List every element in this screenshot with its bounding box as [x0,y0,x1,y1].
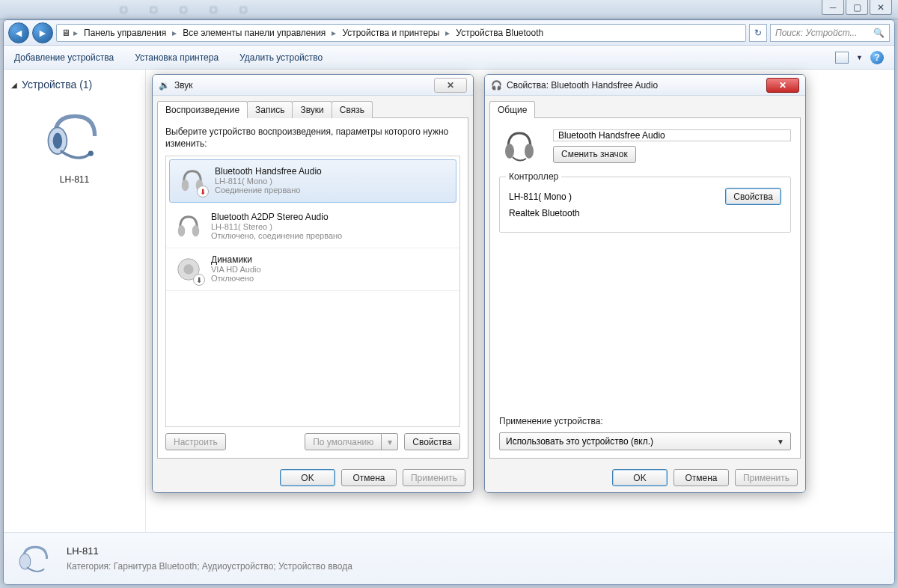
svg-point-11 [19,554,31,569]
cancel-button[interactable]: Отмена [674,469,729,486]
close-button[interactable]: ✕ [870,0,892,15]
tab-playback[interactable]: Воспроизведение [157,101,248,118]
details-category-value: Гарнитура Bluetooth; Аудиоустройство; Ус… [114,561,352,572]
device-large-icon [499,126,540,166]
headset-icon: 🎧 [491,80,502,91]
device-list-pane: ◢ Устройства (1) LH-811 [4,70,146,532]
bluetooth-headset-icon [34,102,116,170]
sound-dialog: 🔉 Звук ✕ Воспроизведение Запись Звуки Св… [152,74,474,493]
properties-dialog: 🎧 Свойства: Bluetooth Handsfree Audio ✕ … [484,74,806,493]
controller-properties-button[interactable]: Свойства [725,188,781,205]
device-name: Bluetooth Handsfree Audio [215,166,322,177]
device-label: LH-811 [22,174,127,185]
crumb[interactable]: Все элементы панели управления [180,26,329,40]
add-device-button[interactable]: Добавление устройства [14,52,114,63]
sound-dialog-titlebar[interactable]: 🔉 Звук ✕ [153,75,473,96]
chevron-down-icon[interactable]: ▼ [856,54,863,61]
window-controls: ─ ▢ ✕ [822,0,892,15]
apply-button[interactable]: Применить [735,469,798,486]
device-name-input[interactable]: Bluetooth Handsfree Audio [553,129,791,141]
back-button[interactable]: ◄ [8,22,29,43]
svg-point-1 [52,133,61,149]
apply-button[interactable]: Применить [403,469,465,486]
svg-point-9 [505,144,514,159]
ok-button[interactable]: OK [612,469,668,486]
remove-device-button[interactable]: Удалить устройство [239,52,323,63]
controller-line: Realtek Bluetooth [509,208,580,218]
section-title: Устройства (1) [22,79,92,91]
section-header[interactable]: ◢ Устройства (1) [4,77,145,92]
configure-button[interactable]: Настроить [165,433,226,450]
sound-dialog-buttons: OK Отмена Применить [153,463,473,492]
collapse-icon: ◢ [11,81,17,89]
controller-line: LH-811( Mono ) [509,192,572,202]
device-name: Bluetooth A2DP Stereo Audio [211,212,342,222]
details-pane: LH-811 Категория: Гарнитура Bluetooth; А… [4,532,894,584]
search-input[interactable]: Поиск: Устройст... 🔍 [770,24,890,42]
explorer-window: ◄ ► 🖥 ▸ Панель управления ▸ Все элементы… [3,19,895,585]
content-area: ◢ Устройства (1) LH-811 🔉 [4,70,894,532]
usage-label: Применение устройства: [499,416,791,426]
device-status: Соединение прервано [215,186,322,195]
change-icon-button[interactable]: Сменить значок [553,146,636,163]
device-sub: LH-811( Mono ) [215,177,322,186]
tab-sounds[interactable]: Звуки [292,101,332,118]
help-icon[interactable]: ? [870,51,884,64]
search-icon: 🔍 [873,28,885,38]
search-placeholder: Поиск: Устройст... [775,28,858,38]
svg-point-2 [88,151,93,156]
command-bar: Добавление устройства Установка принтера… [4,46,894,70]
device-status: Отключено [211,274,261,283]
properties-dialog-titlebar[interactable]: 🎧 Свойства: Bluetooth Handsfree Audio ✕ [485,75,805,96]
general-tab-body: Bluetooth Handsfree Audio Сменить значок… [489,117,801,459]
playback-device-list[interactable]: ⬇ Bluetooth Handsfree Audio LH-811( Mono… [165,156,460,427]
status-badge-icon: ⬇ [193,274,205,286]
chevron-down-icon: ▼ [777,438,784,446]
close-icon[interactable]: ✕ [434,78,467,93]
playback-device-item[interactable]: ⬇ Динамики VIA HD Audio Отключено [166,248,459,291]
svg-point-5 [178,225,186,236]
usage-value: Использовать это устройство (вкл.) [506,436,653,447]
view-options-button[interactable] [835,52,849,64]
status-badge-icon: ⬇ [197,186,209,197]
speaker-icon: ⬇ [174,254,204,284]
headset-icon [174,212,204,242]
cancel-button[interactable]: Отмена [341,469,397,486]
details-thumbnail-icon [14,539,56,578]
headset-icon: ⬇ [177,166,207,196]
properties-button[interactable]: Свойства [404,433,460,450]
controller-legend: Контроллер [506,171,561,182]
crumb[interactable]: Устройства Bluetooth [453,26,546,40]
add-printer-button[interactable]: Установка принтера [135,52,219,63]
speaker-icon: 🔉 [159,80,170,91]
ok-button[interactable]: OK [280,469,335,486]
playback-device-item[interactable]: ⬇ Bluetooth Handsfree Audio LH-811( Mono… [169,159,456,203]
details-category-key: Категория: [67,561,111,572]
playback-hint: Выберите устройство воспроизведения, пар… [165,126,460,150]
tab-recording[interactable]: Запись [247,101,293,118]
usage-select[interactable]: Использовать это устройство (вкл.) ▼ [499,432,791,450]
playback-device-item[interactable]: Bluetooth A2DP Stereo Audio LH-811( Ster… [166,206,459,248]
properties-tabs: Общие [485,96,805,117]
breadcrumb[interactable]: 🖥 ▸ Панель управления ▸ Все элементы пан… [56,24,746,42]
crumb[interactable]: Панель управления [81,26,169,40]
refresh-button[interactable]: ↻ [749,24,767,42]
svg-point-10 [525,144,534,159]
tab-communications[interactable]: Связь [332,101,373,118]
device-sub: LH-811( Stereo ) [211,222,342,231]
background-taskbar: ▢▢▢▢▢ [0,0,898,19]
device-name: Динамики [211,254,261,265]
computer-icon: 🖥 [61,28,70,38]
minimize-button[interactable]: ─ [822,0,844,15]
sound-dialog-title: Звук [174,80,193,91]
set-default-dropdown[interactable]: ▾ [382,433,398,450]
crumb[interactable]: Устройства и принтеры [339,26,442,40]
controller-group: Контроллер LH-811( Mono ) Свойства Realt… [499,177,791,233]
forward-button[interactable]: ► [32,22,53,43]
close-icon[interactable]: ✕ [766,78,799,93]
device-tile[interactable]: LH-811 [22,102,127,185]
maximize-button[interactable]: ▢ [846,0,868,15]
tab-general[interactable]: Общие [489,101,535,118]
set-default-button[interactable]: По умолчанию [305,433,382,450]
svg-point-8 [183,265,193,275]
